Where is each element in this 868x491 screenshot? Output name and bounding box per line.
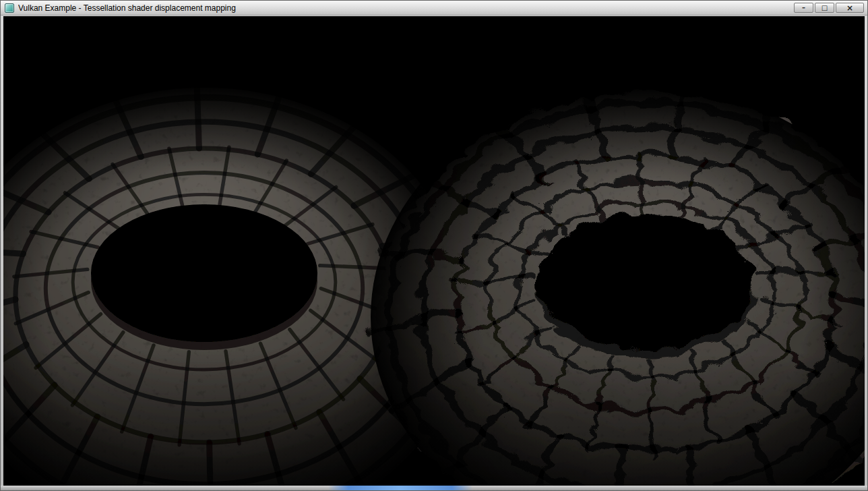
app-icon xyxy=(5,3,14,13)
torus-displaced-shading xyxy=(371,86,865,486)
taskbar-highlight xyxy=(328,486,472,490)
app-window: Vulkan Example - Tessellation shader dis… xyxy=(0,0,868,491)
close-button[interactable]: × xyxy=(836,3,864,13)
window-bottom-border[interactable] xyxy=(1,486,867,490)
window-title: Vulkan Example - Tessellation shader dis… xyxy=(18,3,236,13)
render-viewport[interactable] xyxy=(3,16,865,486)
window-controls: – □ × xyxy=(793,3,864,13)
vulkan-render-scene xyxy=(3,16,865,486)
maximize-button[interactable]: □ xyxy=(815,3,834,13)
title-bar[interactable]: Vulkan Example - Tessellation shader dis… xyxy=(1,1,867,16)
minimize-button[interactable]: – xyxy=(794,3,813,13)
close-icon: × xyxy=(846,4,853,12)
minimize-icon: – xyxy=(802,5,805,11)
maximize-icon: □ xyxy=(822,5,828,11)
